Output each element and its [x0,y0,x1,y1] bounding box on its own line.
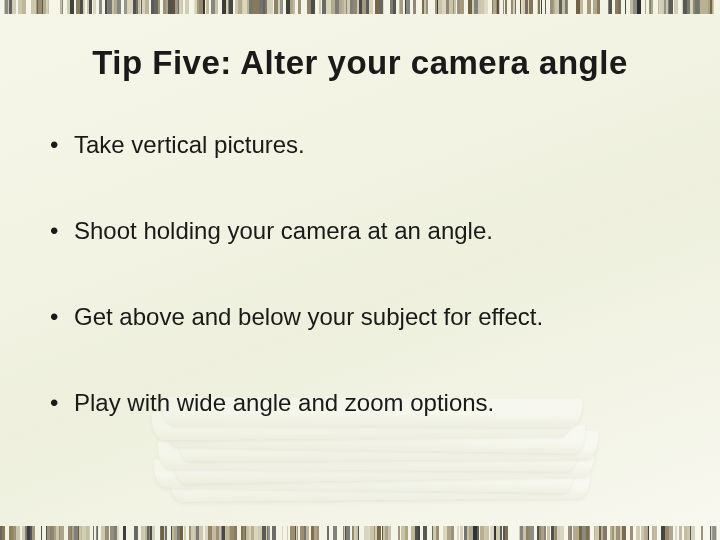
bullet-item: Shoot holding your camera at an angle. [48,216,660,246]
bullet-item: Play with wide angle and zoom options. [48,388,660,418]
bullet-item: Get above and below your subject for eff… [48,302,660,332]
top-border-barcode [0,0,720,14]
slide: Tip Five: Alter your camera angle Take v… [0,0,720,540]
bullet-list: Take vertical pictures. Shoot holding yo… [48,130,660,474]
bullet-item: Take vertical pictures. [48,130,660,160]
slide-title: Tip Five: Alter your camera angle [0,44,720,82]
bottom-border-barcode [0,526,720,540]
